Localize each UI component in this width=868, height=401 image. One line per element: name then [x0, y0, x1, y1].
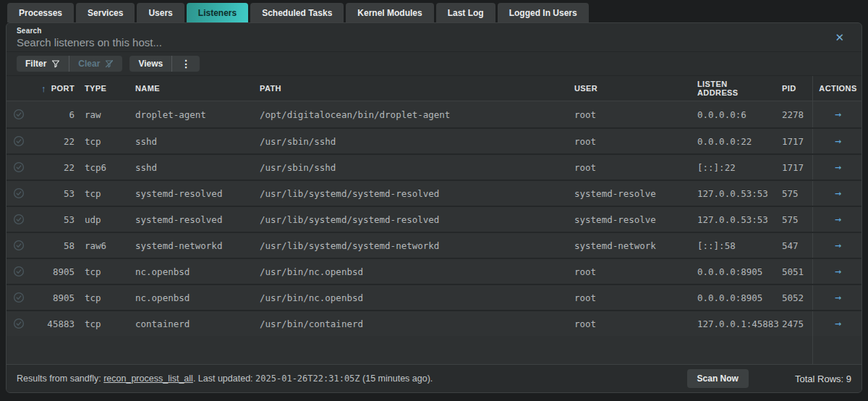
row-detail-arrow-icon[interactable]: →: [835, 108, 841, 121]
cell-pid: 1717: [766, 162, 812, 173]
cell-user: root: [558, 318, 681, 329]
actions-column-extension: [812, 336, 862, 364]
check-circle-icon: [13, 318, 25, 329]
sandfly-name-link[interactable]: recon_process_list_all: [103, 373, 193, 384]
cell-actions: →: [812, 259, 862, 284]
table-row[interactable]: 6 raw droplet-agent /opt/digitalocean/bi…: [7, 101, 861, 127]
table-row[interactable]: 53 tcp systemd-resolved /usr/lib/systemd…: [7, 180, 861, 206]
row-detail-arrow-icon[interactable]: →: [835, 135, 841, 148]
cell-name: systemd-networkd: [125, 240, 250, 251]
column-header-user[interactable]: USER: [558, 84, 681, 93]
table-empty-space: [7, 336, 861, 364]
results-suffix: (15 minutes ago).: [360, 373, 433, 384]
row-detail-arrow-icon[interactable]: →: [835, 265, 841, 278]
views-button[interactable]: Views: [129, 56, 171, 72]
table-row[interactable]: 58 raw6 systemd-networkd /usr/lib/system…: [7, 232, 861, 258]
row-status-cell: [7, 318, 34, 329]
cell-path: /opt/digitalocean/bin/droplet-agent: [250, 109, 558, 120]
cell-path: /usr/lib/systemd/systemd-resolved: [250, 188, 558, 199]
clear-filter-button[interactable]: Clear: [69, 56, 122, 72]
results-middle: . Last updated:: [193, 373, 255, 384]
check-circle-icon: [13, 161, 25, 173]
cell-user: root: [558, 162, 681, 173]
column-header-type[interactable]: TYPE: [75, 84, 125, 93]
cell-listen-address: 127.0.0.53:53: [681, 188, 766, 199]
filter-button-group: Filter Clear: [17, 56, 122, 72]
cell-path: /usr/lib/systemd/systemd-resolved: [250, 214, 558, 225]
row-detail-arrow-icon[interactable]: →: [835, 187, 841, 200]
table-body: 6 raw droplet-agent /opt/digitalocean/bi…: [7, 101, 861, 336]
cell-actions: →: [812, 311, 862, 336]
filter-button[interactable]: Filter: [17, 56, 69, 72]
cell-listen-address: 0.0.0.0:22: [681, 136, 766, 147]
cell-name: systemd-resolved: [125, 214, 250, 225]
cell-user: systemd-resolve: [558, 188, 681, 199]
cell-actions: →: [812, 129, 862, 153]
column-header-path[interactable]: PATH: [250, 84, 558, 93]
clear-search-icon[interactable]: ✕: [835, 32, 844, 43]
cell-listen-address: 127.0.0.53:53: [681, 214, 766, 225]
cell-port: 53: [34, 188, 75, 199]
cell-port: 8905: [34, 292, 75, 303]
check-circle-icon: [13, 266, 25, 277]
scan-now-button[interactable]: Scan Now: [687, 369, 749, 388]
table-row[interactable]: 53 udp systemd-resolved /usr/lib/systemd…: [7, 206, 861, 232]
tab-scheduled-tasks[interactable]: Scheduled Tasks: [250, 3, 344, 22]
tab-users[interactable]: Users: [137, 3, 184, 22]
tab-listeners[interactable]: Listeners: [187, 3, 248, 22]
toolbar: Filter Clear: [7, 52, 861, 76]
cell-user: systemd-resolve: [558, 214, 681, 225]
tab-last-log[interactable]: Last Log: [436, 3, 495, 22]
cell-name: sshd: [125, 136, 250, 147]
cell-pid: 575: [766, 214, 812, 225]
cell-path: /usr/sbin/sshd: [250, 136, 558, 147]
column-header-listen-address[interactable]: LISTEN ADDRESS: [681, 80, 766, 97]
cell-listen-address: 0.0.0.0:6: [681, 109, 766, 120]
row-status-cell: [7, 240, 34, 251]
cell-path: /usr/bin/nc.openbsd: [250, 292, 558, 303]
cell-path: /usr/sbin/sshd: [250, 162, 558, 173]
column-header-pid[interactable]: PID: [766, 84, 812, 93]
cell-listen-address: [::]:58: [681, 240, 766, 251]
column-header-name[interactable]: NAME: [125, 84, 250, 93]
results-prefix: Results from sandfly:: [17, 373, 103, 384]
cell-name: nc.openbsd: [125, 292, 250, 303]
table-row[interactable]: 8905 tcp nc.openbsd /usr/bin/nc.openbsd …: [7, 258, 861, 284]
cell-listen-address: [::]:22: [681, 162, 766, 173]
table-row[interactable]: 45883 tcp containerd /usr/bin/containerd…: [7, 310, 861, 336]
tab-kernel-modules[interactable]: Kernel Modules: [346, 3, 433, 22]
table-row[interactable]: 22 tcp6 sshd /usr/sbin/sshd root [::]:22…: [7, 153, 861, 180]
filter-button-label: Filter: [25, 59, 46, 69]
row-status-cell: [7, 135, 34, 147]
cell-pid: 2278: [766, 109, 812, 120]
column-header-port[interactable]: ↑ PORT: [34, 83, 75, 94]
row-detail-arrow-icon[interactable]: →: [835, 213, 841, 226]
cell-type: tcp: [75, 136, 125, 147]
cell-actions: →: [812, 181, 862, 206]
kebab-menu-icon: ⋮: [181, 59, 191, 69]
table-row[interactable]: 8905 tcp nc.openbsd /usr/bin/nc.openbsd …: [7, 284, 861, 310]
tab-logged-in-users[interactable]: Logged In Users: [498, 3, 589, 22]
cell-pid: 5051: [766, 266, 812, 277]
cell-listen-address: 127.0.0.1:45883: [681, 318, 766, 329]
row-detail-arrow-icon[interactable]: →: [835, 291, 841, 304]
cell-actions: →: [812, 207, 862, 232]
cell-user: root: [558, 109, 681, 120]
tab-services[interactable]: Services: [76, 3, 135, 22]
cell-port: 58: [34, 240, 75, 251]
row-status-cell: [7, 266, 34, 277]
sort-ascending-icon[interactable]: ↑: [41, 83, 46, 94]
search-input[interactable]: [17, 36, 812, 48]
row-detail-arrow-icon[interactable]: →: [835, 317, 841, 330]
table-row[interactable]: 22 tcp sshd /usr/sbin/sshd root 0.0.0.0:…: [7, 127, 861, 153]
cell-port: 22: [34, 162, 75, 173]
views-menu-button[interactable]: ⋮: [171, 56, 200, 72]
cell-pid: 2475: [766, 318, 812, 329]
row-detail-arrow-icon[interactable]: →: [835, 161, 841, 174]
cell-name: systemd-resolved: [125, 188, 250, 199]
cell-user: root: [558, 266, 681, 277]
listeners-panel: Search ✕ Filter Clear: [6, 22, 862, 393]
tab-processes[interactable]: Processes: [7, 3, 74, 22]
status-bar-right: Scan Now Total Rows: 9: [687, 369, 851, 388]
row-detail-arrow-icon[interactable]: →: [835, 239, 841, 252]
